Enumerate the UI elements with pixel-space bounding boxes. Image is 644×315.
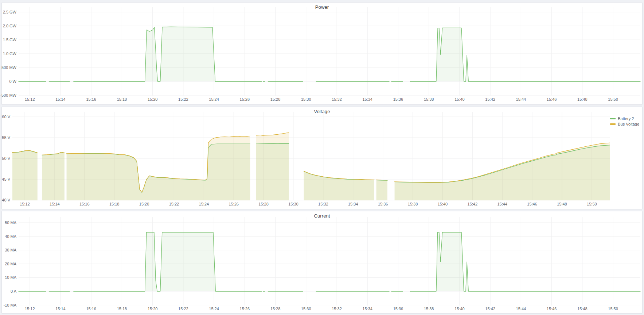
power-panel: Power <box>1 2 643 105</box>
bus-voltage-swatch <box>610 123 616 125</box>
battery-2-swatch <box>610 118 616 119</box>
legend-item-bus-voltage[interactable]: Bus Voltage <box>610 122 639 126</box>
current-panel: Current <box>1 211 643 314</box>
voltage-panel: Voltage Battery 2 Bus Voltage <box>1 107 643 209</box>
voltage-plot-area[interactable] <box>13 112 606 201</box>
voltage-legend: Battery 2 Bus Voltage <box>610 116 639 126</box>
legend-item-battery-2[interactable]: Battery 2 <box>610 116 639 121</box>
power-plot-area[interactable] <box>19 8 640 96</box>
bus-voltage-label: Bus Voltage <box>618 122 639 126</box>
current-plot-area[interactable] <box>19 216 640 305</box>
battery-2-label: Battery 2 <box>618 116 634 121</box>
